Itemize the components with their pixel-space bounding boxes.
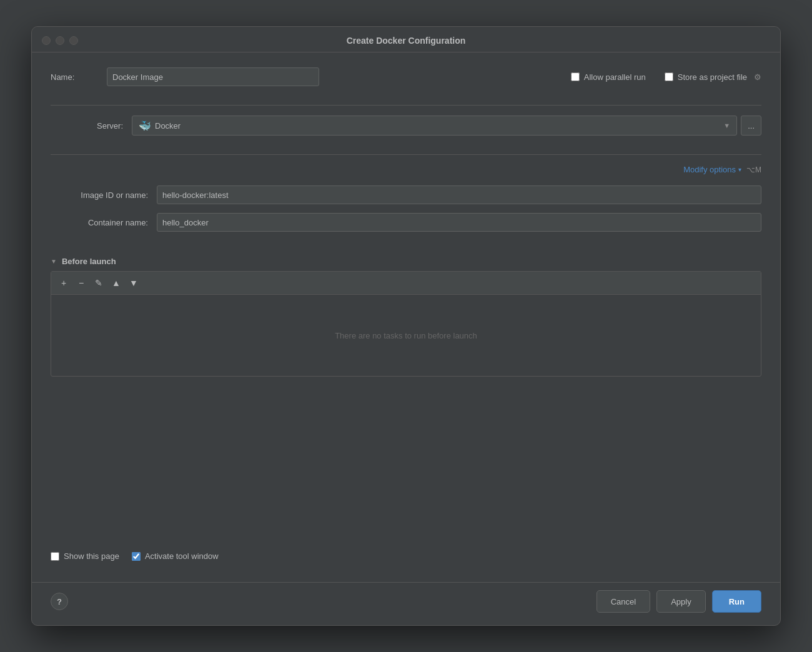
close-button[interactable]	[42, 36, 51, 45]
before-launch-section: ▼ Before launch + − ✎ ▲ ▼ There are no t…	[51, 257, 761, 543]
action-buttons: Cancel Apply Run	[597, 590, 761, 613]
show-page-checkbox[interactable]	[51, 552, 59, 561]
divider-1	[51, 105, 761, 106]
store-project-text: Store as project file	[678, 72, 747, 82]
before-launch-title: Before launch	[62, 257, 116, 266]
remove-task-button[interactable]: −	[74, 275, 89, 290]
create-docker-dialog: Create Docker Configuration Name: Allow …	[31, 26, 781, 626]
fields-section: Image ID or name: Container name:	[51, 185, 761, 232]
dialog-content: Name: Allow parallel run Store as projec…	[32, 52, 780, 582]
more-options-button[interactable]: ...	[741, 116, 761, 136]
server-value: Docker	[155, 121, 181, 131]
before-launch-empty-text: There are no tasks to run before launch	[51, 295, 761, 376]
help-button[interactable]: ?	[51, 593, 68, 610]
container-name-input[interactable]	[157, 213, 761, 232]
modify-options-row: Modify options ▾ ⌥M	[51, 165, 761, 174]
docker-icon: 🐳	[139, 120, 151, 132]
divider-2	[51, 154, 761, 155]
move-down-button[interactable]: ▼	[126, 275, 141, 290]
name-input[interactable]	[107, 67, 319, 86]
move-up-button[interactable]: ▲	[109, 275, 124, 290]
before-launch-panel: + − ✎ ▲ ▼ There are no tasks to run befo…	[51, 271, 761, 377]
show-page-text: Show this page	[64, 551, 119, 561]
triangle-down-icon: ▼	[51, 258, 57, 265]
run-button[interactable]: Run	[712, 590, 761, 613]
dialog-footer: ? Cancel Apply Run	[32, 582, 780, 625]
name-label: Name:	[51, 72, 88, 82]
edit-task-button[interactable]: ✎	[91, 275, 106, 290]
allow-parallel-text: Allow parallel run	[584, 72, 646, 82]
before-launch-header: ▼ Before launch	[51, 257, 761, 266]
bottom-options: Show this page Activate tool window	[51, 543, 761, 567]
activate-tool-checkbox[interactable]	[132, 552, 141, 561]
traffic-lights	[42, 36, 78, 45]
add-task-button[interactable]: +	[56, 275, 71, 290]
before-launch-toolbar: + − ✎ ▲ ▼	[51, 272, 761, 295]
activate-tool-label[interactable]: Activate tool window	[132, 551, 219, 561]
modify-options-label: Modify options	[683, 165, 736, 174]
minimize-button[interactable]	[56, 36, 64, 45]
image-id-input[interactable]	[157, 185, 761, 204]
allow-parallel-label[interactable]: Allow parallel run	[571, 72, 646, 82]
cancel-button[interactable]: Cancel	[597, 590, 650, 613]
gear-icon[interactable]: ⚙	[754, 72, 761, 82]
chevron-down-icon: ▾	[738, 166, 741, 173]
apply-button[interactable]: Apply	[656, 590, 706, 613]
image-id-row: Image ID or name:	[51, 185, 761, 204]
server-select[interactable]: 🐳 Docker ▼	[132, 116, 737, 136]
server-select-wrap: 🐳 Docker ▼	[132, 116, 737, 136]
store-project-label[interactable]: Store as project file ⚙	[665, 72, 761, 82]
image-id-label: Image ID or name:	[51, 190, 157, 200]
server-label: Server:	[51, 121, 132, 131]
show-page-label[interactable]: Show this page	[51, 551, 119, 561]
server-row: Server: 🐳 Docker ▼ ...	[51, 116, 761, 136]
chevron-down-icon: ▼	[723, 122, 730, 129]
store-project-checkbox[interactable]	[665, 72, 673, 81]
maximize-button[interactable]	[69, 36, 78, 45]
container-name-row: Container name:	[51, 213, 761, 232]
container-name-label: Container name:	[51, 218, 157, 227]
checkbox-group: Allow parallel run Store as project file…	[571, 72, 761, 82]
titlebar: Create Docker Configuration	[32, 27, 780, 52]
allow-parallel-checkbox[interactable]	[571, 72, 580, 81]
modify-options-button[interactable]: Modify options ▾	[683, 165, 741, 174]
dialog-title: Create Docker Configuration	[347, 36, 466, 46]
name-row: Name: Allow parallel run Store as projec…	[51, 67, 761, 86]
activate-tool-text: Activate tool window	[145, 551, 219, 561]
modify-options-shortcut: ⌥M	[746, 165, 761, 174]
